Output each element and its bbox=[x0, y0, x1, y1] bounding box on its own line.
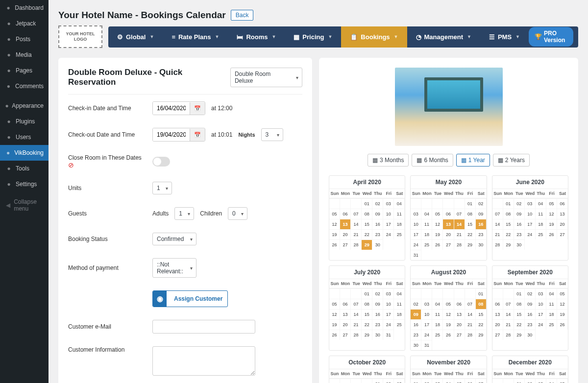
day-16[interactable]: 16 bbox=[411, 319, 421, 330]
nav-bookings[interactable]: 📋Bookings▼ bbox=[341, 26, 407, 48]
day-5[interactable]: 05 bbox=[443, 299, 454, 309]
nav-rate-plans[interactable]: ≡Rate Plans▼ bbox=[163, 26, 228, 48]
info-textarea[interactable] bbox=[152, 346, 255, 376]
day-6[interactable]: 06 bbox=[557, 198, 568, 209]
day-11[interactable]: 11 bbox=[546, 299, 557, 309]
day-1[interactable]: 01 bbox=[362, 198, 372, 209]
day-19[interactable]: 19 bbox=[546, 219, 557, 229]
day-18[interactable]: 18 bbox=[546, 309, 557, 319]
day-17[interactable]: 17 bbox=[421, 319, 432, 330]
day-5[interactable]: 05 bbox=[546, 198, 557, 209]
day-22[interactable]: 22 bbox=[503, 229, 514, 239]
day-8[interactable]: 08 bbox=[362, 299, 372, 309]
day-12[interactable]: 12 bbox=[329, 219, 340, 229]
day-21[interactable]: 21 bbox=[465, 319, 476, 330]
period-1-year[interactable]: ▦1 Year bbox=[456, 154, 490, 167]
day-3[interactable]: 03 bbox=[383, 198, 394, 209]
day-12[interactable]: 12 bbox=[557, 299, 568, 309]
day-12[interactable]: 12 bbox=[329, 309, 340, 319]
day-19[interactable]: 19 bbox=[432, 229, 443, 239]
day-17[interactable]: 17 bbox=[411, 229, 421, 239]
day-2[interactable]: 02 bbox=[372, 288, 383, 299]
calendar-icon[interactable]: 📅 bbox=[190, 102, 205, 115]
day-18[interactable]: 18 bbox=[536, 219, 546, 229]
day-5[interactable]: 05 bbox=[454, 379, 465, 383]
day-27[interactable]: 27 bbox=[492, 330, 503, 340]
day-8[interactable]: 08 bbox=[465, 209, 476, 219]
day-25[interactable]: 25 bbox=[546, 319, 557, 330]
day-1[interactable]: 01 bbox=[362, 288, 372, 299]
day-25[interactable]: 25 bbox=[394, 229, 405, 239]
day-13[interactable]: 13 bbox=[443, 219, 454, 229]
day-2[interactable]: 02 bbox=[514, 198, 525, 209]
day-29[interactable]: 29 bbox=[465, 239, 476, 250]
period-6-months[interactable]: ▦6 Months bbox=[412, 154, 453, 167]
day-8[interactable]: 08 bbox=[503, 209, 514, 219]
day-31[interactable]: 31 bbox=[421, 340, 432, 350]
day-26[interactable]: 26 bbox=[443, 330, 454, 340]
day-13[interactable]: 13 bbox=[557, 209, 568, 219]
day-27[interactable]: 27 bbox=[340, 330, 351, 340]
day-30[interactable]: 30 bbox=[372, 239, 383, 250]
adults-select[interactable]: 1 bbox=[174, 207, 194, 220]
day-2[interactable]: 02 bbox=[476, 198, 487, 209]
calendar-icon[interactable]: 📅 bbox=[190, 129, 205, 141]
day-12[interactable]: 12 bbox=[443, 309, 454, 319]
day-11[interactable]: 11 bbox=[394, 209, 405, 219]
day-26[interactable]: 26 bbox=[432, 239, 443, 250]
day-17[interactable]: 17 bbox=[383, 309, 394, 319]
nav-management[interactable]: ◔Management▼ bbox=[407, 26, 480, 48]
email-input[interactable] bbox=[152, 320, 255, 334]
day-14[interactable]: 14 bbox=[351, 219, 362, 229]
sidebar-item-tools[interactable]: ●Tools bbox=[0, 161, 49, 176]
assign-customer-button[interactable]: ◉Assign Customer bbox=[152, 290, 228, 307]
day-27[interactable]: 27 bbox=[443, 239, 454, 250]
day-4[interactable]: 04 bbox=[546, 288, 557, 299]
day-21[interactable]: 21 bbox=[454, 229, 465, 239]
day-26[interactable]: 26 bbox=[557, 319, 568, 330]
period-3-months[interactable]: ▦3 Months bbox=[368, 154, 409, 167]
day-5[interactable]: 05 bbox=[329, 209, 340, 219]
day-5[interactable]: 05 bbox=[432, 209, 443, 219]
sidebar-item-settings[interactable]: ●Settings bbox=[0, 176, 49, 192]
status-select[interactable]: Confirmed bbox=[152, 233, 196, 245]
day-5[interactable]: 05 bbox=[329, 299, 340, 309]
day-13[interactable]: 13 bbox=[492, 309, 503, 319]
day-24[interactable]: 24 bbox=[536, 319, 546, 330]
day-23[interactable]: 23 bbox=[476, 229, 487, 239]
day-27[interactable]: 27 bbox=[340, 239, 351, 250]
sidebar-item-dashboard[interactable]: ●Dashboard bbox=[0, 0, 49, 16]
day-24[interactable]: 24 bbox=[421, 330, 432, 340]
day-15[interactable]: 15 bbox=[362, 219, 372, 229]
day-15[interactable]: 15 bbox=[465, 219, 476, 229]
day-1[interactable]: 01 bbox=[476, 288, 487, 299]
close-dates-toggle[interactable] bbox=[152, 157, 170, 167]
sidebar-item-appearance[interactable]: ●Appearance bbox=[0, 98, 49, 114]
day-29[interactable]: 29 bbox=[362, 239, 372, 250]
day-28[interactable]: 28 bbox=[351, 239, 362, 250]
day-4[interactable]: 04 bbox=[432, 299, 443, 309]
day-2[interactable]: 02 bbox=[525, 288, 536, 299]
day-1[interactable]: 01 bbox=[514, 379, 525, 383]
day-29[interactable]: 29 bbox=[514, 330, 525, 340]
day-8[interactable]: 08 bbox=[514, 299, 525, 309]
sidebar-item-users[interactable]: ●Users bbox=[0, 129, 49, 145]
day-24[interactable]: 24 bbox=[411, 239, 421, 250]
collapse-menu[interactable]: ◀Collapse menu bbox=[0, 194, 49, 216]
day-10[interactable]: 10 bbox=[421, 309, 432, 319]
day-19[interactable]: 19 bbox=[329, 229, 340, 239]
pro-version-badge[interactable]: 🏆PRO Version bbox=[529, 27, 573, 47]
back-button[interactable]: Back bbox=[231, 10, 254, 21]
day-28[interactable]: 28 bbox=[503, 330, 514, 340]
day-13[interactable]: 13 bbox=[340, 309, 351, 319]
sidebar-item-comments[interactable]: ●Comments bbox=[0, 78, 49, 94]
day-22[interactable]: 22 bbox=[362, 229, 372, 239]
nav-pricing[interactable]: ▦Pricing▼ bbox=[285, 26, 341, 48]
day-22[interactable]: 22 bbox=[465, 229, 476, 239]
day-7[interactable]: 07 bbox=[454, 209, 465, 219]
day-1[interactable]: 01 bbox=[503, 198, 514, 209]
day-21[interactable]: 21 bbox=[351, 229, 362, 239]
day-14[interactable]: 14 bbox=[503, 309, 514, 319]
day-29[interactable]: 29 bbox=[503, 239, 514, 250]
day-20[interactable]: 20 bbox=[454, 319, 465, 330]
